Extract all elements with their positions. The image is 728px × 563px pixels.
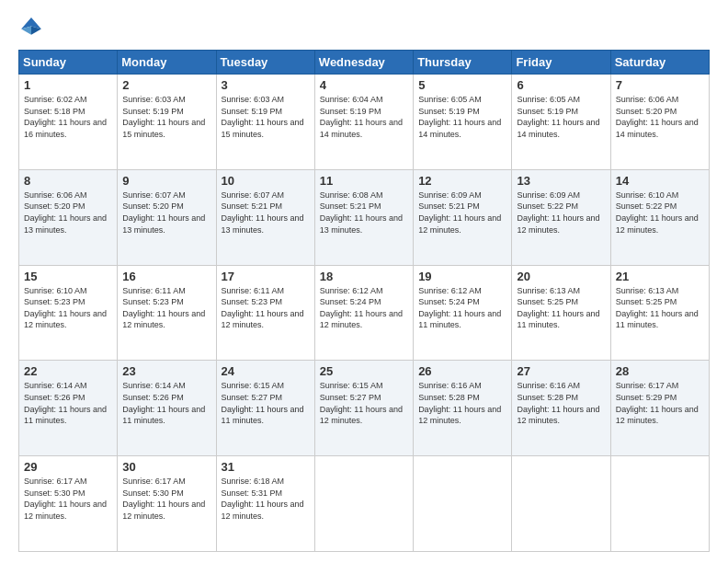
cell-info: Sunrise: 6:09 AMSunset: 5:21 PMDaylight:… [418, 190, 506, 236]
day-number: 18 [320, 270, 408, 283]
day-number: 16 [122, 270, 210, 283]
page: SundayMondayTuesdayWednesdayThursdayFrid… [0, 0, 728, 563]
calendar-cell [414, 456, 512, 552]
calendar-cell [314, 456, 413, 552]
day-number: 10 [222, 174, 310, 188]
calendar-cell: 24Sunrise: 6:15 AMSunset: 5:27 PMDayligh… [216, 361, 314, 456]
calendar-cell: 19Sunrise: 6:12 AMSunset: 5:24 PMDayligh… [414, 265, 512, 361]
day-number: 30 [122, 460, 210, 474]
calendar-cell: 21Sunrise: 6:13 AMSunset: 5:25 PMDayligh… [610, 265, 709, 361]
cell-info: Sunrise: 6:10 AMSunset: 5:23 PMDaylight:… [24, 285, 112, 331]
calendar-cell: 10Sunrise: 6:07 AMSunset: 5:21 PMDayligh… [216, 169, 314, 265]
cell-info: Sunrise: 6:03 AMSunset: 5:19 PMDaylight:… [222, 94, 310, 140]
cell-info: Sunrise: 6:02 AMSunset: 5:18 PMDaylight:… [24, 94, 112, 140]
day-number: 20 [517, 270, 605, 283]
cell-info: Sunrise: 6:17 AMSunset: 5:29 PMDaylight:… [616, 380, 704, 426]
cell-info: Sunrise: 6:08 AMSunset: 5:21 PMDaylight:… [320, 190, 408, 236]
day-number: 27 [517, 364, 605, 378]
day-header-wednesday: Wednesday [314, 51, 413, 75]
day-number: 14 [616, 174, 704, 188]
calendar-cell [512, 456, 610, 552]
calendar-cell: 31Sunrise: 6:18 AMSunset: 5:31 PMDayligh… [216, 456, 314, 552]
calendar-cell: 22Sunrise: 6:14 AMSunset: 5:26 PMDayligh… [19, 361, 118, 456]
calendar-cell: 2Sunrise: 6:03 AMSunset: 5:19 PMDaylight… [118, 75, 216, 170]
day-number: 28 [616, 364, 704, 378]
cell-info: Sunrise: 6:16 AMSunset: 5:28 PMDaylight:… [418, 380, 506, 426]
calendar-cell: 1Sunrise: 6:02 AMSunset: 5:18 PMDaylight… [19, 75, 118, 170]
calendar-cell: 16Sunrise: 6:11 AMSunset: 5:23 PMDayligh… [118, 265, 216, 361]
cell-info: Sunrise: 6:15 AMSunset: 5:27 PMDaylight:… [222, 380, 310, 426]
cell-info: Sunrise: 6:11 AMSunset: 5:23 PMDaylight:… [122, 285, 210, 331]
calendar-cell: 8Sunrise: 6:06 AMSunset: 5:20 PMDaylight… [19, 169, 118, 265]
day-number: 7 [616, 78, 704, 92]
cell-info: Sunrise: 6:04 AMSunset: 5:19 PMDaylight:… [320, 94, 408, 140]
day-header-sunday: Sunday [19, 51, 118, 75]
day-number: 13 [517, 174, 605, 188]
calendar-cell: 11Sunrise: 6:08 AMSunset: 5:21 PMDayligh… [314, 169, 413, 265]
day-number: 9 [122, 174, 210, 188]
calendar-cell: 30Sunrise: 6:17 AMSunset: 5:30 PMDayligh… [118, 456, 216, 552]
day-number: 26 [418, 364, 506, 378]
day-header-thursday: Thursday [414, 51, 512, 75]
calendar-cell: 28Sunrise: 6:17 AMSunset: 5:29 PMDayligh… [610, 361, 709, 456]
day-number: 24 [222, 364, 310, 378]
cell-info: Sunrise: 6:12 AMSunset: 5:24 PMDaylight:… [320, 285, 408, 331]
cell-info: Sunrise: 6:17 AMSunset: 5:30 PMDaylight:… [122, 476, 210, 522]
cell-info: Sunrise: 6:05 AMSunset: 5:19 PMDaylight:… [517, 94, 605, 140]
cell-info: Sunrise: 6:10 AMSunset: 5:22 PMDaylight:… [616, 190, 704, 236]
calendar-cell: 15Sunrise: 6:10 AMSunset: 5:23 PMDayligh… [19, 265, 118, 361]
calendar-cell: 18Sunrise: 6:12 AMSunset: 5:24 PMDayligh… [314, 265, 413, 361]
cell-info: Sunrise: 6:03 AMSunset: 5:19 PMDaylight:… [122, 94, 210, 140]
day-number: 22 [24, 364, 112, 378]
calendar-cell [610, 456, 709, 552]
cell-info: Sunrise: 6:18 AMSunset: 5:31 PMDaylight:… [222, 476, 310, 522]
calendar-cell: 12Sunrise: 6:09 AMSunset: 5:21 PMDayligh… [414, 169, 512, 265]
cell-info: Sunrise: 6:07 AMSunset: 5:21 PMDaylight:… [222, 190, 310, 236]
calendar-cell: 17Sunrise: 6:11 AMSunset: 5:23 PMDayligh… [216, 265, 314, 361]
day-number: 12 [418, 174, 506, 188]
cell-info: Sunrise: 6:17 AMSunset: 5:30 PMDaylight:… [24, 476, 112, 522]
cell-info: Sunrise: 6:12 AMSunset: 5:24 PMDaylight:… [418, 285, 506, 331]
cell-info: Sunrise: 6:07 AMSunset: 5:20 PMDaylight:… [122, 190, 210, 236]
calendar-cell: 5Sunrise: 6:05 AMSunset: 5:19 PMDaylight… [414, 75, 512, 170]
calendar-cell: 9Sunrise: 6:07 AMSunset: 5:20 PMDaylight… [118, 169, 216, 265]
day-number: 3 [222, 78, 310, 92]
day-number: 1 [24, 78, 112, 92]
logo [18, 15, 48, 40]
day-number: 5 [418, 78, 506, 92]
cell-info: Sunrise: 6:16 AMSunset: 5:28 PMDaylight:… [517, 380, 605, 426]
cell-info: Sunrise: 6:05 AMSunset: 5:19 PMDaylight:… [418, 94, 506, 140]
cell-info: Sunrise: 6:06 AMSunset: 5:20 PMDaylight:… [24, 190, 112, 236]
cell-info: Sunrise: 6:14 AMSunset: 5:26 PMDaylight:… [24, 380, 112, 426]
day-number: 2 [122, 78, 210, 92]
calendar-cell: 27Sunrise: 6:16 AMSunset: 5:28 PMDayligh… [512, 361, 610, 456]
day-header-saturday: Saturday [610, 51, 709, 75]
calendar-cell: 14Sunrise: 6:10 AMSunset: 5:22 PMDayligh… [610, 169, 709, 265]
logo-icon [18, 15, 44, 40]
calendar-cell: 7Sunrise: 6:06 AMSunset: 5:20 PMDaylight… [610, 75, 709, 170]
cell-info: Sunrise: 6:13 AMSunset: 5:25 PMDaylight:… [616, 285, 704, 331]
calendar-cell: 25Sunrise: 6:15 AMSunset: 5:27 PMDayligh… [314, 361, 413, 456]
cell-info: Sunrise: 6:15 AMSunset: 5:27 PMDaylight:… [320, 380, 408, 426]
day-number: 15 [24, 270, 112, 283]
calendar-cell: 20Sunrise: 6:13 AMSunset: 5:25 PMDayligh… [512, 265, 610, 361]
day-number: 11 [320, 174, 408, 188]
calendar-cell: 4Sunrise: 6:04 AMSunset: 5:19 PMDaylight… [314, 75, 413, 170]
day-number: 19 [418, 270, 506, 283]
day-number: 31 [222, 460, 310, 474]
cell-info: Sunrise: 6:09 AMSunset: 5:22 PMDaylight:… [517, 190, 605, 236]
day-number: 21 [616, 270, 704, 283]
day-number: 25 [320, 364, 408, 378]
day-number: 6 [517, 78, 605, 92]
day-header-tuesday: Tuesday [216, 51, 314, 75]
header [18, 15, 710, 40]
calendar-table: SundayMondayTuesdayWednesdayThursdayFrid… [18, 50, 710, 552]
calendar-cell: 6Sunrise: 6:05 AMSunset: 5:19 PMDaylight… [512, 75, 610, 170]
calendar-cell: 13Sunrise: 6:09 AMSunset: 5:22 PMDayligh… [512, 169, 610, 265]
cell-info: Sunrise: 6:13 AMSunset: 5:25 PMDaylight:… [517, 285, 605, 331]
cell-info: Sunrise: 6:06 AMSunset: 5:20 PMDaylight:… [616, 94, 704, 140]
day-number: 23 [122, 364, 210, 378]
day-header-monday: Monday [118, 51, 216, 75]
day-number: 4 [320, 78, 408, 92]
calendar-cell: 29Sunrise: 6:17 AMSunset: 5:30 PMDayligh… [19, 456, 118, 552]
